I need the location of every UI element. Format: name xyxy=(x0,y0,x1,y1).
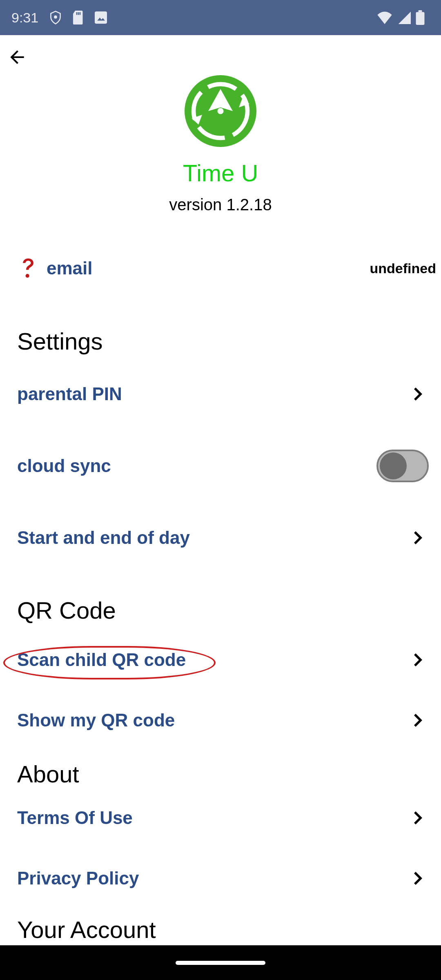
svg-rect-1 xyxy=(76,12,78,15)
status-bar: 9:31 xyxy=(0,0,441,35)
app-content: Time U version 1.2.18 email undefined Se… xyxy=(0,35,441,945)
status-bar-left: 9:31 xyxy=(11,10,107,26)
wifi-icon xyxy=(376,11,393,24)
day-bounds-label: Start and end of day xyxy=(17,528,409,548)
clock-reset-icon xyxy=(190,80,251,142)
svg-rect-3 xyxy=(80,12,81,15)
privacy-label: Privacy Policy xyxy=(17,868,409,889)
terms-label: Terms Of Use xyxy=(17,808,409,828)
sd-card-icon xyxy=(73,11,84,24)
terms-row[interactable]: Terms Of Use xyxy=(0,793,441,842)
day-bounds-row[interactable]: Start and end of day xyxy=(0,513,441,562)
svg-rect-5 xyxy=(419,10,422,12)
arrow-left-icon xyxy=(7,47,27,67)
cell-signal-icon xyxy=(398,11,411,24)
status-time: 9:31 xyxy=(11,10,38,26)
section-title-about: About xyxy=(17,760,441,788)
chevron-right-icon xyxy=(409,808,429,828)
question-icon xyxy=(19,258,38,278)
app-title: Time U xyxy=(183,159,258,187)
show-my-qr-row[interactable]: Show my QR code xyxy=(0,696,441,745)
svg-marker-8 xyxy=(208,89,233,111)
cloud-sync-toggle[interactable] xyxy=(376,450,429,482)
svg-rect-6 xyxy=(416,12,425,25)
app-header: Time U version 1.2.18 xyxy=(0,75,441,214)
cloud-sync-row: cloud sync xyxy=(0,441,441,490)
section-title-account: Your Account xyxy=(17,916,441,943)
section-title-qr: QR Code xyxy=(17,597,441,624)
scan-child-qr-label: Scan child QR code xyxy=(17,650,409,670)
nav-handle[interactable] xyxy=(176,961,265,965)
app-version: version 1.2.18 xyxy=(169,196,272,214)
chevron-right-icon xyxy=(409,384,429,404)
toggle-knob xyxy=(380,452,407,479)
chevron-right-icon xyxy=(409,650,429,670)
battery-icon xyxy=(416,10,425,25)
picture-icon xyxy=(95,11,107,24)
parental-pin-row[interactable]: parental PIN xyxy=(0,370,441,419)
chevron-right-icon xyxy=(409,528,429,548)
privacy-shield-icon xyxy=(49,10,62,25)
svg-rect-2 xyxy=(78,12,79,15)
email-value: undefined xyxy=(370,261,436,276)
parental-pin-label: parental PIN xyxy=(17,384,409,404)
system-nav-bar xyxy=(0,945,441,980)
email-row[interactable]: email undefined xyxy=(0,258,441,278)
chevron-right-icon xyxy=(409,710,429,730)
section-title-settings: Settings xyxy=(17,327,441,355)
svg-point-0 xyxy=(54,16,57,19)
scan-child-qr-row[interactable]: Scan child QR code xyxy=(0,635,441,684)
email-label: email xyxy=(47,258,370,278)
chevron-right-icon xyxy=(409,869,429,888)
back-button[interactable] xyxy=(4,44,30,70)
app-logo xyxy=(185,75,256,147)
show-my-qr-label: Show my QR code xyxy=(17,710,409,731)
status-bar-right xyxy=(376,10,425,25)
cloud-sync-label: cloud sync xyxy=(17,456,376,476)
privacy-row[interactable]: Privacy Policy xyxy=(0,854,441,903)
svg-rect-4 xyxy=(95,11,107,24)
svg-point-9 xyxy=(218,108,224,114)
